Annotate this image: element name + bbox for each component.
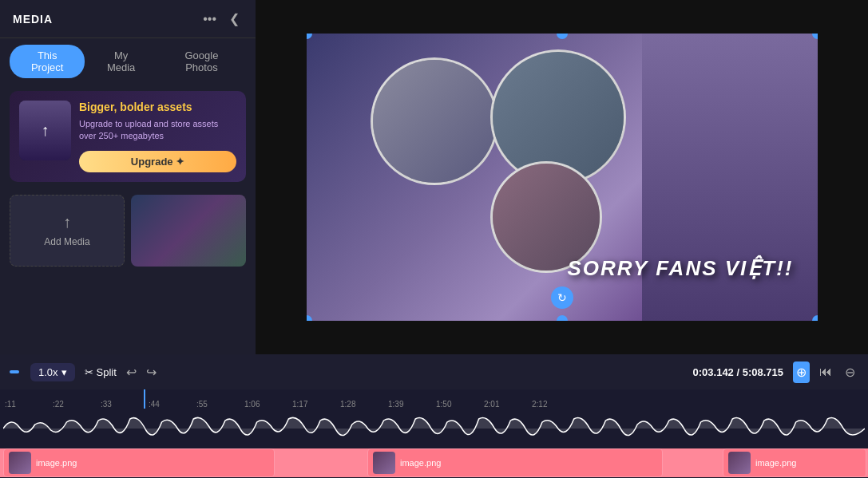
- tab-google-photos[interactable]: Google Photos: [157, 45, 246, 78]
- speed-button[interactable]: 1.0x ▾: [30, 363, 75, 381]
- ruler-mark-4: :55: [195, 400, 243, 409]
- ruler-mark-8: 1:39: [386, 400, 434, 409]
- circular-photo-1: [371, 57, 498, 185]
- timeline-ruler: :11 :22 :33 :44 :55 1:06 1:17 1:28 1:39 …: [0, 389, 868, 409]
- playback-indicator[interactable]: ↻: [551, 286, 573, 309]
- add-media-label: Add Media: [44, 236, 89, 247]
- resize-handle-mt[interactable]: [557, 34, 568, 39]
- track-thumbnail-1: [9, 452, 31, 474]
- speed-indicator: [10, 370, 19, 373]
- image-track-item-3[interactable]: image.png: [723, 448, 866, 477]
- image-track: image.png image.png image.png: [0, 448, 868, 477]
- tab-my-media[interactable]: My Media: [88, 45, 153, 78]
- timeline-right-buttons: ⊕ ⏮ ⊖: [793, 361, 858, 383]
- media-thumbnail: [131, 195, 246, 267]
- media-grid: ↑ Add Media: [0, 188, 256, 273]
- resize-handle-tl[interactable]: [307, 34, 312, 39]
- sidebar-header: MEDIA ••• ❮: [0, 0, 256, 38]
- sidebar-header-icons: ••• ❮: [200, 10, 243, 28]
- photo-inner-1: [373, 60, 496, 183]
- resize-handle-mb[interactable]: [557, 315, 568, 321]
- split-button[interactable]: ✂ Split: [85, 366, 117, 378]
- track-thumbnail-3: [728, 452, 751, 474]
- track-label-1: image.png: [36, 458, 77, 468]
- tab-this-project[interactable]: This Project: [10, 45, 85, 78]
- upgrade-thumbnail: [19, 101, 71, 160]
- image-track-item-2[interactable]: image.png: [367, 448, 663, 477]
- upload-icon: ↑: [63, 213, 71, 231]
- waveform-container: [0, 409, 868, 448]
- waveform: [0, 409, 868, 448]
- ruler-mark-10: 2:01: [482, 400, 530, 409]
- undo-button[interactable]: ↩: [126, 365, 137, 380]
- waveform-svg: [3, 413, 865, 444]
- upgrade-card: Bigger, bolder assets Upgrade to upload …: [10, 91, 246, 182]
- image-track-item-1[interactable]: image.png: [3, 448, 275, 477]
- ruler-mark-2: :33: [99, 400, 147, 409]
- snap-button[interactable]: ⊕: [793, 361, 810, 383]
- ruler-mark-1: :22: [51, 400, 99, 409]
- media-item[interactable]: [131, 195, 246, 267]
- upgrade-card-content: Bigger, bolder assets Upgrade to upload …: [79, 101, 236, 172]
- ruler-mark-3: :44: [147, 400, 195, 409]
- collapse-sidebar-button[interactable]: ❮: [226, 10, 243, 28]
- scissors-icon: ✂: [85, 366, 93, 378]
- ruler-mark-11: 2:12: [530, 400, 578, 409]
- track-label-3: image.png: [755, 458, 796, 468]
- timeline-toolbar: 1.0x ▾ ✂ Split ↩ ↪ 0:03.142 / 5:08.715 ⊕…: [0, 354, 868, 389]
- preview-area: SORRY FANS VIỆT!! ↻: [256, 0, 868, 354]
- more-options-button[interactable]: •••: [200, 10, 220, 28]
- playhead[interactable]: [144, 389, 145, 409]
- upgrade-title: Bigger, bolder assets: [79, 101, 236, 113]
- ruler-marks: :11 :22 :33 :44 :55 1:06 1:17 1:28 1:39 …: [3, 389, 865, 409]
- timeline-section: 1.0x ▾ ✂ Split ↩ ↪ 0:03.142 / 5:08.715 ⊕…: [0, 354, 868, 478]
- split-label: Split: [97, 366, 117, 378]
- media-sidebar: MEDIA ••• ❮ This Project My Media Google…: [0, 0, 256, 354]
- time-display: 0:03.142 / 5:08.715: [693, 366, 783, 378]
- speed-value: 1.0x: [38, 366, 58, 378]
- ruler-mark-9: 1:50: [434, 400, 482, 409]
- resize-handle-bl[interactable]: [307, 315, 312, 321]
- track-thumbnail-2: [373, 452, 395, 474]
- ruler-mark-6: 1:17: [291, 400, 339, 409]
- ruler-mark-7: 1:28: [339, 400, 386, 409]
- sidebar-title: MEDIA: [13, 13, 53, 26]
- sidebar-tabs: This Project My Media Google Photos: [0, 38, 256, 85]
- preview-canvas: SORRY FANS VIỆT!! ↻: [307, 34, 818, 321]
- redo-button[interactable]: ↪: [146, 365, 157, 380]
- track-label-2: image.png: [400, 458, 441, 468]
- photo-inner-3: [493, 164, 600, 271]
- chevron-down-icon: ▾: [61, 366, 67, 378]
- upgrade-description: Upgrade to upload and store assets over …: [79, 118, 236, 143]
- ruler-mark-5: 1:06: [243, 400, 291, 409]
- sorry-text: SORRY FANS VIỆT!!: [567, 256, 793, 281]
- ruler-mark-0: :11: [3, 400, 51, 409]
- add-media-button[interactable]: ↑ Add Media: [10, 195, 125, 267]
- upgrade-button[interactable]: Upgrade ✦: [79, 151, 236, 172]
- skip-back-button[interactable]: ⏮: [816, 361, 835, 382]
- zoom-out-button[interactable]: ⊖: [842, 361, 858, 383]
